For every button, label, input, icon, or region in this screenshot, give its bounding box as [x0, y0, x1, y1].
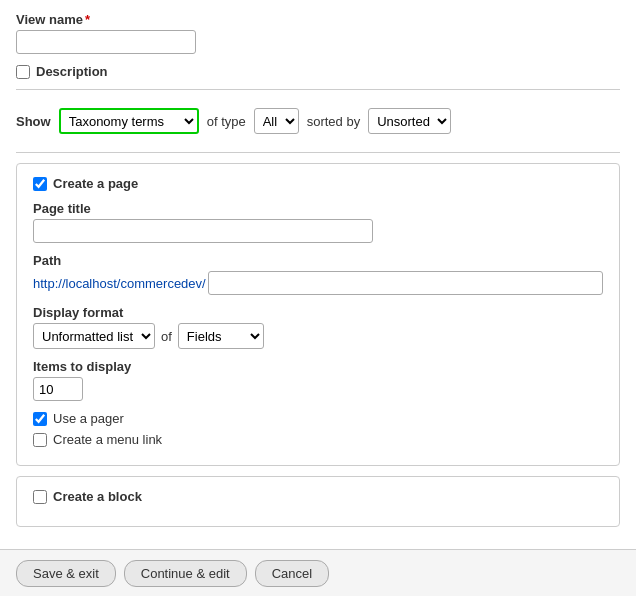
- show-label: Show: [16, 114, 51, 129]
- description-text: Description: [36, 64, 108, 79]
- divider-1: [16, 89, 620, 90]
- of-type-select[interactable]: All: [254, 108, 299, 134]
- page-panel: Create a page Page title Path http://loc…: [16, 163, 620, 466]
- page-panel-title: Create a page: [33, 176, 603, 191]
- use-pager-checkbox[interactable]: [33, 412, 47, 426]
- items-input[interactable]: [33, 377, 83, 401]
- items-label: Items to display: [33, 359, 603, 374]
- save-exit-button[interactable]: Save & exit: [16, 560, 116, 587]
- create-block-label: Create a block: [53, 489, 142, 504]
- show-select[interactable]: Taxonomy terms Content Files Users: [59, 108, 199, 134]
- display-format-label: Display format: [33, 305, 603, 320]
- view-name-field: View name*: [16, 12, 620, 54]
- page-title-label: Page title: [33, 201, 603, 216]
- path-row: http://localhost/commercedev/: [33, 271, 603, 295]
- required-star: *: [85, 12, 90, 27]
- create-page-label: Create a page: [53, 176, 138, 191]
- sorted-by-label: sorted by: [307, 114, 360, 129]
- page-title-group: Page title: [33, 201, 603, 243]
- sorted-by-select[interactable]: Unsorted: [368, 108, 451, 134]
- create-block-checkbox[interactable]: [33, 490, 47, 504]
- menu-link-item: Create a menu link: [33, 432, 603, 447]
- display-format-select[interactable]: Unformatted list Table Grid: [33, 323, 155, 349]
- use-pager-label: Use a pager: [53, 411, 124, 426]
- create-page-checkbox[interactable]: [33, 177, 47, 191]
- description-label[interactable]: Description: [16, 64, 620, 79]
- footer-buttons: Save & exit Continue & edit Cancel: [0, 549, 636, 596]
- display-format-group: Display format Unformatted list Table Gr…: [33, 305, 603, 349]
- page-title-input[interactable]: [33, 219, 373, 243]
- description-checkbox[interactable]: [16, 65, 30, 79]
- menu-link-checkbox[interactable]: [33, 433, 47, 447]
- path-input[interactable]: [208, 271, 603, 295]
- cancel-button[interactable]: Cancel: [255, 560, 329, 587]
- of-type-label: of type: [207, 114, 246, 129]
- fields-select[interactable]: Fields Teasers Full posts: [178, 323, 264, 349]
- path-label: Path: [33, 253, 603, 268]
- description-field: Description: [16, 64, 620, 79]
- items-group: Items to display: [33, 359, 603, 401]
- of-label: of: [161, 329, 172, 344]
- divider-2: [16, 152, 620, 153]
- block-panel-title: Create a block: [33, 489, 603, 504]
- block-panel: Create a block: [16, 476, 620, 527]
- show-row: Show Taxonomy terms Content Files Users …: [16, 100, 620, 142]
- path-prefix: http://localhost/commercedev/: [33, 276, 206, 291]
- use-pager-item: Use a pager: [33, 411, 603, 426]
- continue-edit-button[interactable]: Continue & edit: [124, 560, 247, 587]
- menu-link-label: Create a menu link: [53, 432, 162, 447]
- view-name-input[interactable]: [16, 30, 196, 54]
- display-format-row: Unformatted list Table Grid of Fields Te…: [33, 323, 603, 349]
- path-group: Path http://localhost/commercedev/: [33, 253, 603, 295]
- main-container: View name* Description Show Taxonomy ter…: [0, 0, 636, 549]
- view-name-text: View name: [16, 12, 83, 27]
- view-name-label: View name*: [16, 12, 620, 27]
